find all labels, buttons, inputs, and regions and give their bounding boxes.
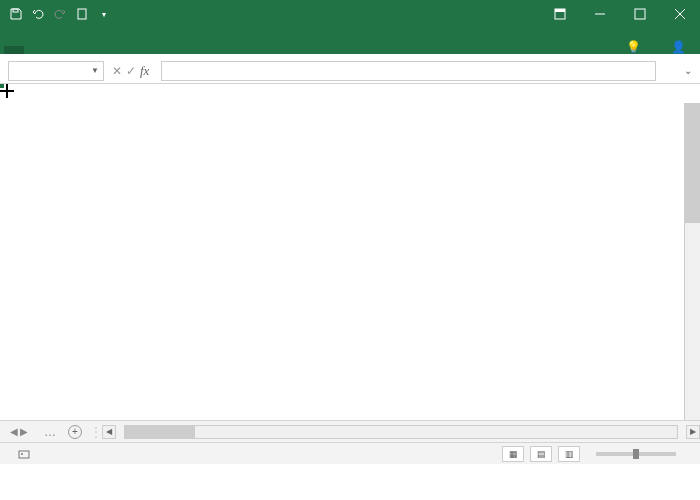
sheet-nav-prev-icon[interactable]: ◀ <box>10 426 18 437</box>
redo-icon[interactable] <box>52 6 68 22</box>
ribbon: 💡 👤 <box>0 28 700 54</box>
bulb-icon: 💡 <box>626 40 641 54</box>
cell-cursor-icon <box>0 84 14 98</box>
sheet-nav: ◀ ▶ <box>0 426 38 437</box>
view-normal-icon[interactable]: ▦ <box>502 446 524 462</box>
cancel-formula-icon: ✕ <box>112 64 122 78</box>
hscroll-thumb[interactable] <box>125 426 195 438</box>
formula-buttons: ✕ ✓ fx <box>112 63 153 79</box>
zoom-thumb[interactable] <box>633 449 639 459</box>
ribbon-options-icon[interactable] <box>540 0 580 28</box>
accept-formula-icon: ✓ <box>126 64 136 78</box>
vertical-scrollbar[interactable] <box>684 103 700 420</box>
fx-icon[interactable]: fx <box>140 63 149 79</box>
save-icon[interactable] <box>8 6 24 22</box>
ribbon-right: 💡 👤 <box>614 40 700 54</box>
close-icon[interactable] <box>660 0 700 28</box>
svg-rect-0 <box>13 9 18 12</box>
spreadsheet-grid[interactable] <box>0 84 700 420</box>
share-button[interactable]: 👤 <box>667 40 692 54</box>
svg-point-9 <box>21 453 23 455</box>
share-icon: 👤 <box>671 40 686 54</box>
tab-file[interactable] <box>4 46 24 54</box>
qat-dropdown-icon[interactable]: ▾ <box>96 6 112 22</box>
formula-input[interactable] <box>161 61 656 81</box>
new-file-icon[interactable] <box>74 6 90 22</box>
add-sheet-icon[interactable]: + <box>68 425 82 439</box>
title-bar: ▾ <box>0 0 700 28</box>
minimize-icon[interactable] <box>580 0 620 28</box>
vscroll-thumb[interactable] <box>685 103 700 223</box>
formula-bar-row: ▼ ✕ ✓ fx ⌄ <box>0 58 700 84</box>
horizontal-scrollbar[interactable] <box>124 425 678 439</box>
selection-outline <box>0 84 4 88</box>
expand-formula-icon[interactable]: ⌄ <box>680 65 696 76</box>
undo-icon[interactable] <box>30 6 46 22</box>
name-box[interactable]: ▼ <box>8 61 104 81</box>
status-bar: ▦ ▤ ▥ <box>0 442 700 464</box>
svg-rect-1 <box>78 9 86 19</box>
hscroll-left-icon[interactable]: ◀ <box>102 425 116 439</box>
tell-me[interactable]: 💡 <box>622 40 647 54</box>
svg-rect-8 <box>19 451 29 458</box>
macro-record-icon[interactable] <box>18 448 30 460</box>
zoom-slider[interactable] <box>596 452 676 456</box>
chevron-down-icon[interactable]: ▼ <box>91 66 99 75</box>
sheet-nav-next-icon[interactable]: ▶ <box>20 426 28 437</box>
svg-rect-3 <box>555 9 565 12</box>
view-pagebreak-icon[interactable]: ▥ <box>558 446 580 462</box>
view-layout-icon[interactable]: ▤ <box>530 446 552 462</box>
window-controls <box>540 0 700 28</box>
maximize-icon[interactable] <box>620 0 660 28</box>
sheet-more-icon[interactable]: … <box>38 425 62 439</box>
svg-rect-5 <box>635 9 645 19</box>
sheet-tab-bar: ◀ ▶ … + ⋮ ◀ ▶ <box>0 420 700 442</box>
hscroll-right-icon[interactable]: ▶ <box>686 425 700 439</box>
quick-access-toolbar: ▾ <box>0 6 120 22</box>
